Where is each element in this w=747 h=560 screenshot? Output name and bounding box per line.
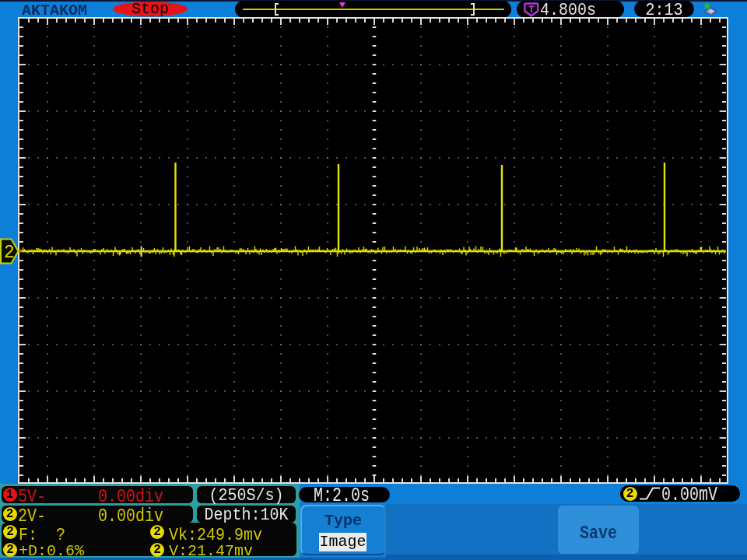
svg-text:2: 2	[4, 243, 15, 263]
